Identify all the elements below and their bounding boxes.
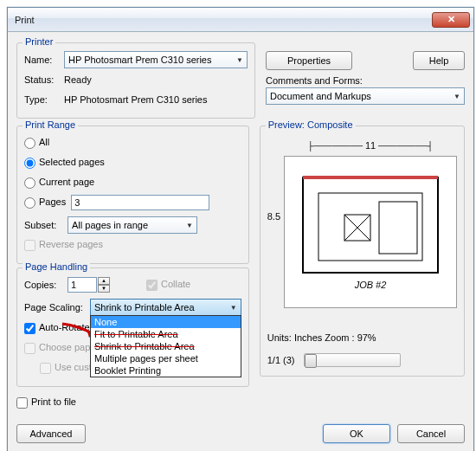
comments-label: Comments and Forms: [266, 75, 465, 86]
print-to-file-checkbox[interactable]: Print to file [16, 396, 76, 409]
svg-text:JOB #2: JOB #2 [354, 280, 387, 290]
advanced-button[interactable]: Advanced [16, 424, 86, 443]
printer-name-select[interactable]: HP Photosmart Prem C310 series ▼ [64, 51, 248, 68]
preview-group: Preview: Composite 8.5 ├──────── 11 ────… [260, 126, 465, 377]
svg-rect-1 [303, 176, 438, 179]
radio-pages[interactable]: Pages [24, 197, 66, 209]
preview-height: 8.5 [267, 211, 280, 222]
printer-legend: Printer [23, 36, 55, 47]
spin-down-icon[interactable]: ▼ [98, 285, 110, 293]
auto-rotate-checkbox[interactable]: Auto-Rotate [24, 322, 90, 334]
spin-up-icon[interactable]: ▲ [98, 277, 110, 285]
close-icon: ✕ [447, 14, 455, 25]
page-slider[interactable] [304, 353, 401, 367]
help-button[interactable]: Help [413, 51, 465, 70]
comments-select[interactable]: Document and Markups ▼ [266, 87, 465, 105]
page-scaling-select[interactable]: Shrink to Printable Area ▼ [90, 299, 241, 316]
cancel-button[interactable]: Cancel [397, 424, 465, 443]
chevron-down-icon: ▼ [186, 222, 193, 229]
scaling-option-multiple[interactable]: Multiple pages per sheet [91, 352, 241, 364]
range-legend: Print Range [23, 119, 78, 130]
copies-label: Copies: [24, 280, 62, 290]
chevron-down-icon: ▼ [230, 304, 237, 312]
preview-width: 11 [365, 140, 376, 151]
pages-input[interactable] [71, 195, 209, 210]
dialog-title: Print [15, 15, 432, 25]
choose-paper-checkbox[interactable]: Choose pape [24, 342, 95, 354]
printer-group: Printer Name: HP Photosmart Prem C310 se… [16, 42, 255, 119]
print-dialog: Print ✕ Printer Name: HP Photosmart Prem… [7, 7, 474, 451]
copies-input[interactable] [68, 277, 97, 293]
preview-legend: Preview: Composite [266, 119, 356, 130]
scaling-dropdown-list: None Fit to Printable Area Shrink to Pri… [90, 315, 241, 377]
print-range-group: Print Range All Selected pages Current p… [16, 126, 249, 264]
scaling-option-none[interactable]: None [91, 316, 241, 328]
type-value: HP Photosmart Prem C310 series [64, 94, 207, 105]
preview-drawing-icon: JOB #2 [293, 167, 448, 297]
chevron-down-icon: ▼ [236, 56, 243, 64]
close-button[interactable]: ✕ [432, 12, 470, 28]
subset-label: Subset: [24, 220, 62, 230]
radio-all[interactable]: All [24, 137, 49, 149]
radio-current-page[interactable]: Current page [24, 177, 94, 189]
ok-button[interactable]: OK [323, 424, 390, 443]
scaling-label: Page Scaling: [24, 302, 85, 312]
printer-name-value: HP Photosmart Prem C310 series [68, 55, 211, 65]
scaling-option-booklet[interactable]: Booklet Printing [91, 364, 241, 377]
scaling-option-fit[interactable]: Fit to Printable Area [91, 328, 241, 340]
titlebar: Print ✕ [8, 8, 473, 32]
status-label: Status: [24, 74, 59, 85]
svg-rect-6 [379, 202, 417, 254]
page-handling-group: Page Handling Copies: ▲▼ Collate Page Sc… [16, 267, 249, 387]
type-label: Type: [24, 94, 59, 105]
copies-spinner[interactable]: ▲▼ [68, 277, 110, 293]
name-label: Name: [24, 55, 59, 65]
handling-legend: Page Handling [23, 261, 90, 272]
status-value: Ready [64, 74, 92, 85]
comments-value: Document and Markups [270, 91, 371, 101]
collate-checkbox[interactable]: Collate [146, 279, 190, 291]
subset-select[interactable]: All pages in range ▼ [68, 216, 197, 234]
radio-selected-pages[interactable]: Selected pages [24, 157, 105, 169]
properties-button[interactable]: Properties [266, 51, 352, 70]
scaling-option-shrink[interactable]: Shrink to Printable Area [91, 340, 241, 352]
page-indicator: 1/1 (3) [267, 355, 295, 365]
reverse-checkbox[interactable]: Reverse pages [24, 239, 103, 251]
units-zoom-label: Units: Inches Zoom : 97% [267, 332, 457, 343]
preview-canvas: JOB #2 [284, 156, 457, 308]
chevron-down-icon: ▼ [453, 93, 460, 100]
